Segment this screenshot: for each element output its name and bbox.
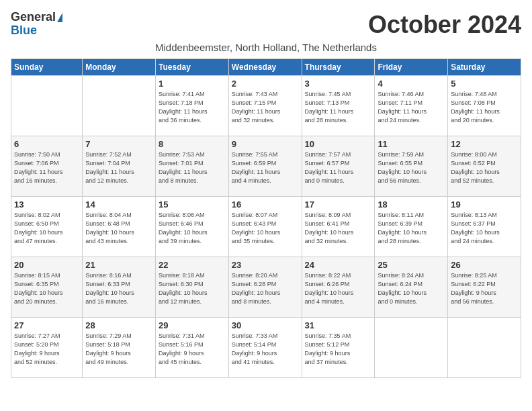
- calendar-cell: 8Sunrise: 7:53 AM Sunset: 7:01 PM Daylig…: [156, 136, 229, 197]
- day-info: Sunrise: 8:02 AM Sunset: 6:50 PM Dayligh…: [14, 211, 79, 246]
- calendar-cell: 28Sunrise: 7:29 AM Sunset: 5:18 PM Dayli…: [83, 318, 156, 378]
- day-info: Sunrise: 8:07 AM Sunset: 6:43 PM Dayligh…: [232, 211, 299, 246]
- calendar-cell: 7Sunrise: 7:52 AM Sunset: 7:04 PM Daylig…: [83, 136, 156, 197]
- day-number: 3: [305, 79, 372, 89]
- day-number: 21: [85, 260, 152, 270]
- day-info: Sunrise: 8:22 AM Sunset: 6:26 PM Dayligh…: [305, 271, 372, 306]
- day-number: 6: [14, 139, 79, 149]
- logo-icon: [57, 13, 62, 22]
- day-number: 27: [14, 320, 79, 330]
- day-number: 24: [305, 260, 372, 270]
- calendar-cell: 11Sunrise: 7:59 AM Sunset: 6:55 PM Dayli…: [375, 136, 448, 197]
- day-info: Sunrise: 7:45 AM Sunset: 7:13 PM Dayligh…: [305, 90, 372, 125]
- calendar-cell: 19Sunrise: 8:13 AM Sunset: 6:37 PM Dayli…: [448, 197, 521, 257]
- calendar-cell: 1Sunrise: 7:41 AM Sunset: 7:18 PM Daylig…: [156, 76, 229, 136]
- day-info: Sunrise: 8:13 AM Sunset: 6:37 PM Dayligh…: [451, 211, 518, 246]
- day-info: Sunrise: 7:41 AM Sunset: 7:18 PM Dayligh…: [159, 90, 226, 125]
- calendar-cell: [11, 76, 83, 136]
- day-info: Sunrise: 8:25 AM Sunset: 6:22 PM Dayligh…: [451, 271, 518, 306]
- calendar-cell: 4Sunrise: 7:46 AM Sunset: 7:11 PM Daylig…: [375, 76, 448, 136]
- day-number: 28: [85, 320, 152, 330]
- calendar-cell: [375, 318, 448, 378]
- day-number: 8: [159, 139, 226, 149]
- day-info: Sunrise: 7:27 AM Sunset: 5:20 PM Dayligh…: [14, 332, 79, 367]
- header: General Blue October 2024: [11, 11, 521, 39]
- day-info: Sunrise: 7:50 AM Sunset: 7:06 PM Dayligh…: [14, 150, 79, 185]
- calendar-cell: 27Sunrise: 7:27 AM Sunset: 5:20 PM Dayli…: [11, 318, 83, 378]
- calendar-cell: 17Sunrise: 8:09 AM Sunset: 6:41 PM Dayli…: [302, 197, 375, 257]
- calendar-cell: 14Sunrise: 8:04 AM Sunset: 6:48 PM Dayli…: [83, 197, 156, 257]
- subtitle: Middenbeemster, North Holland, The Nethe…: [11, 42, 521, 53]
- day-info: Sunrise: 8:09 AM Sunset: 6:41 PM Dayligh…: [305, 211, 372, 246]
- calendar-cell: 10Sunrise: 7:57 AM Sunset: 6:57 PM Dayli…: [302, 136, 375, 197]
- day-info: Sunrise: 7:43 AM Sunset: 7:15 PM Dayligh…: [232, 90, 299, 125]
- day-number: 1: [159, 79, 226, 89]
- day-info: Sunrise: 8:24 AM Sunset: 6:24 PM Dayligh…: [378, 271, 445, 306]
- day-number: 20: [14, 260, 79, 270]
- calendar-cell: 29Sunrise: 7:31 AM Sunset: 5:16 PM Dayli…: [156, 318, 229, 378]
- day-number: 10: [305, 139, 372, 149]
- calendar-cell: 5Sunrise: 7:48 AM Sunset: 7:08 PM Daylig…: [448, 76, 521, 136]
- weekday-header-tuesday: Tuesday: [156, 59, 229, 76]
- day-info: Sunrise: 8:11 AM Sunset: 6:39 PM Dayligh…: [378, 211, 445, 246]
- day-number: 22: [159, 260, 226, 270]
- logo-blue: Blue: [11, 24, 37, 38]
- day-info: Sunrise: 8:15 AM Sunset: 6:35 PM Dayligh…: [14, 271, 79, 306]
- calendar-cell: 6Sunrise: 7:50 AM Sunset: 7:06 PM Daylig…: [11, 136, 83, 197]
- weekday-header-thursday: Thursday: [302, 59, 375, 76]
- day-info: Sunrise: 7:35 AM Sunset: 5:12 PM Dayligh…: [305, 332, 372, 367]
- day-info: Sunrise: 8:06 AM Sunset: 6:46 PM Dayligh…: [159, 211, 226, 246]
- calendar-cell: 26Sunrise: 8:25 AM Sunset: 6:22 PM Dayli…: [448, 257, 521, 318]
- day-number: 13: [14, 199, 79, 210]
- calendar-cell: 20Sunrise: 8:15 AM Sunset: 6:35 PM Dayli…: [11, 257, 83, 318]
- day-number: 30: [232, 320, 299, 330]
- calendar-cell: 24Sunrise: 8:22 AM Sunset: 6:26 PM Dayli…: [302, 257, 375, 318]
- day-info: Sunrise: 7:29 AM Sunset: 5:18 PM Dayligh…: [85, 332, 152, 367]
- day-number: 11: [378, 139, 445, 149]
- day-info: Sunrise: 8:00 AM Sunset: 6:52 PM Dayligh…: [451, 150, 518, 185]
- day-number: 12: [451, 139, 518, 149]
- day-number: 15: [159, 199, 226, 210]
- day-info: Sunrise: 7:33 AM Sunset: 5:14 PM Dayligh…: [232, 332, 299, 367]
- day-number: 17: [305, 199, 372, 210]
- day-info: Sunrise: 7:48 AM Sunset: 7:08 PM Dayligh…: [451, 90, 518, 125]
- day-info: Sunrise: 7:55 AM Sunset: 6:59 PM Dayligh…: [232, 150, 299, 185]
- day-info: Sunrise: 7:31 AM Sunset: 5:16 PM Dayligh…: [159, 332, 226, 367]
- day-info: Sunrise: 7:46 AM Sunset: 7:11 PM Dayligh…: [378, 90, 445, 125]
- weekday-header-saturday: Saturday: [448, 59, 521, 76]
- calendar-cell: 9Sunrise: 7:55 AM Sunset: 6:59 PM Daylig…: [228, 136, 302, 197]
- calendar-cell: 2Sunrise: 7:43 AM Sunset: 7:15 PM Daylig…: [228, 76, 302, 136]
- day-number: 18: [378, 199, 445, 210]
- calendar-table: SundayMondayTuesdayWednesdayThursdayFrid…: [11, 58, 521, 378]
- day-number: 31: [305, 320, 372, 330]
- calendar-cell: 21Sunrise: 8:16 AM Sunset: 6:33 PM Dayli…: [83, 257, 156, 318]
- calendar-cell: 22Sunrise: 8:18 AM Sunset: 6:30 PM Dayli…: [156, 257, 229, 318]
- day-number: 29: [159, 320, 226, 330]
- weekday-header-friday: Friday: [375, 59, 448, 76]
- day-number: 19: [451, 199, 518, 210]
- logo: General Blue: [11, 11, 62, 38]
- day-info: Sunrise: 7:59 AM Sunset: 6:55 PM Dayligh…: [378, 150, 445, 185]
- calendar-cell: 15Sunrise: 8:06 AM Sunset: 6:46 PM Dayli…: [156, 197, 229, 257]
- calendar-cell: 16Sunrise: 8:07 AM Sunset: 6:43 PM Dayli…: [228, 197, 302, 257]
- day-info: Sunrise: 8:18 AM Sunset: 6:30 PM Dayligh…: [159, 271, 226, 306]
- calendar-cell: 30Sunrise: 7:33 AM Sunset: 5:14 PM Dayli…: [228, 318, 302, 378]
- calendar-cell: 13Sunrise: 8:02 AM Sunset: 6:50 PM Dayli…: [11, 197, 83, 257]
- day-info: Sunrise: 7:53 AM Sunset: 7:01 PM Dayligh…: [159, 150, 226, 185]
- day-number: 14: [85, 199, 152, 210]
- calendar-cell: 18Sunrise: 8:11 AM Sunset: 6:39 PM Dayli…: [375, 197, 448, 257]
- calendar-cell: [448, 318, 521, 378]
- day-info: Sunrise: 8:16 AM Sunset: 6:33 PM Dayligh…: [85, 271, 152, 306]
- day-number: 5: [451, 79, 518, 89]
- month-title: October 2024: [368, 11, 521, 39]
- day-number: 26: [451, 260, 518, 270]
- calendar-cell: 31Sunrise: 7:35 AM Sunset: 5:12 PM Dayli…: [302, 318, 375, 378]
- calendar-cell: 23Sunrise: 8:20 AM Sunset: 6:28 PM Dayli…: [228, 257, 302, 318]
- calendar-cell: 25Sunrise: 8:24 AM Sunset: 6:24 PM Dayli…: [375, 257, 448, 318]
- calendar-cell: [83, 76, 156, 136]
- weekday-header-wednesday: Wednesday: [228, 59, 302, 76]
- weekday-header-sunday: Sunday: [11, 59, 83, 76]
- day-number: 7: [85, 139, 152, 149]
- day-info: Sunrise: 7:57 AM Sunset: 6:57 PM Dayligh…: [305, 150, 372, 185]
- day-number: 25: [378, 260, 445, 270]
